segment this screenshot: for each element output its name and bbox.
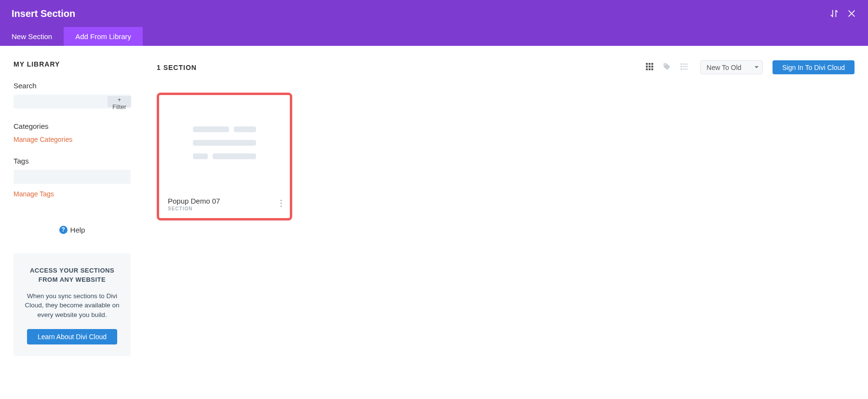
- learn-divi-cloud-button[interactable]: Learn About Divi Cloud: [27, 329, 117, 344]
- sidebar: My Library Search + Filter Categories Ma…: [0, 46, 142, 368]
- modal-header: Insert Section: [0, 0, 868, 27]
- library-item-footer: Popup Demo 07 Section: [159, 190, 290, 218]
- svg-rect-5: [651, 66, 653, 68]
- svg-rect-12: [681, 66, 682, 68]
- close-icon[interactable]: [847, 9, 856, 18]
- manage-categories-link[interactable]: Manage Categories: [14, 136, 72, 143]
- svg-point-17: [280, 203, 282, 204]
- tags-label: Tags: [14, 157, 131, 165]
- search-label: Search: [14, 82, 131, 90]
- library-grid: Popup Demo 07 Section: [157, 93, 854, 220]
- tab-bar: New Section Add From Library: [0, 27, 868, 46]
- help-icon: ?: [59, 226, 68, 234]
- tag-view-icon[interactable]: [663, 62, 671, 72]
- library-item-preview: [159, 95, 290, 190]
- help-label: Help: [70, 226, 85, 234]
- library-item[interactable]: Popup Demo 07 Section: [157, 93, 292, 220]
- svg-rect-0: [646, 63, 648, 65]
- modal-header-actions: [829, 9, 856, 18]
- view-toggle: [645, 62, 689, 72]
- sidebar-title: My Library: [14, 60, 131, 68]
- svg-rect-10: [681, 63, 682, 65]
- library-item-name: Popup Demo 07: [168, 197, 281, 205]
- svg-rect-11: [683, 64, 688, 65]
- svg-rect-7: [649, 69, 651, 70]
- svg-rect-13: [683, 66, 688, 67]
- promo-text: When you sync sections to Divi Cloud, th…: [22, 291, 122, 320]
- sort-arrows-icon[interactable]: [829, 9, 839, 18]
- svg-rect-6: [646, 69, 648, 70]
- svg-rect-1: [649, 63, 651, 65]
- modal-title: Insert Section: [12, 8, 829, 19]
- tab-new-section[interactable]: New Section: [0, 27, 64, 46]
- svg-point-9: [665, 64, 665, 65]
- add-filter-button[interactable]: + Filter: [108, 96, 131, 107]
- section-count: 1 Section: [157, 64, 645, 71]
- tab-add-from-library[interactable]: Add From Library: [64, 27, 143, 46]
- svg-rect-14: [681, 69, 682, 70]
- svg-rect-2: [651, 63, 653, 65]
- svg-rect-4: [649, 66, 651, 68]
- grid-view-icon[interactable]: [645, 62, 654, 72]
- svg-point-18: [280, 206, 282, 207]
- kebab-menu-icon[interactable]: [277, 197, 285, 212]
- svg-rect-3: [646, 66, 648, 68]
- manage-tags-link[interactable]: Manage Tags: [14, 190, 54, 198]
- svg-rect-15: [683, 69, 688, 70]
- list-view-icon[interactable]: [680, 62, 689, 72]
- main-header: 1 Section New To Old Sign In To Divi Clo…: [157, 60, 854, 74]
- search-input[interactable]: [14, 95, 108, 109]
- library-item-type: Section: [168, 206, 281, 211]
- svg-point-16: [280, 200, 282, 201]
- tags-input[interactable]: [14, 170, 131, 184]
- sign-in-divi-cloud-button[interactable]: Sign In To Divi Cloud: [773, 60, 854, 74]
- search-row: + Filter: [14, 95, 131, 109]
- promo-title: Access Your Sections From Any Website: [22, 266, 122, 285]
- promo-card: Access Your Sections From Any Website Wh…: [14, 253, 131, 357]
- svg-rect-8: [651, 69, 653, 70]
- categories-label: Categories: [14, 122, 131, 130]
- sort-select[interactable]: New To Old: [700, 60, 763, 74]
- main: 1 Section New To Old Sign In To Divi Clo…: [142, 46, 868, 368]
- modal-body: My Library Search + Filter Categories Ma…: [0, 46, 868, 368]
- help-button[interactable]: ? Help: [59, 226, 85, 234]
